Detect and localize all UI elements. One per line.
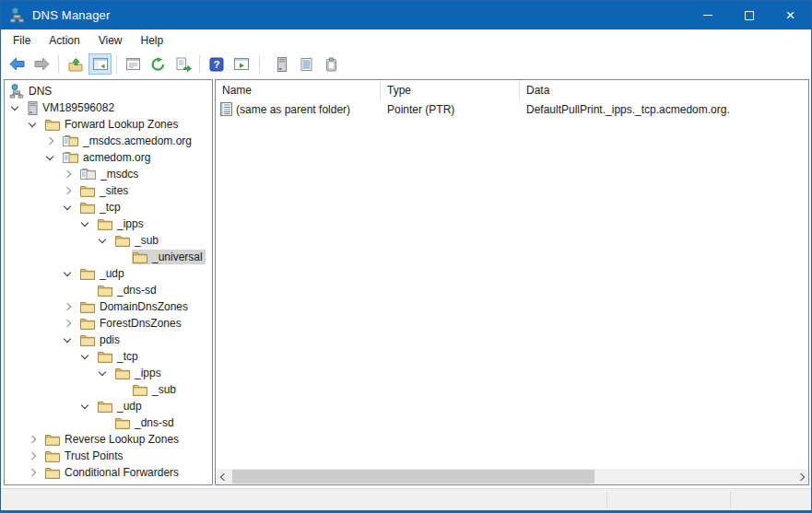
tree-item--udp[interactable]: _udp [5, 265, 212, 282]
main-area: DNSVM189596082Forward Lookup Zones_msdcs… [1, 76, 811, 486]
chevron-down-icon[interactable] [46, 153, 53, 160]
scroll-left-button[interactable] [216, 469, 231, 484]
tree-item--tcp[interactable]: _tcp [5, 348, 212, 365]
tree-item-label: Trust Points [65, 449, 124, 462]
tree-item--ipps[interactable]: _ipps [5, 365, 212, 381]
tree-item--sub[interactable]: _sub [5, 232, 212, 249]
tree-item--universal[interactable]: _universal [5, 249, 212, 265]
folder-icon [115, 367, 130, 379]
menu-item-file[interactable]: File [4, 31, 40, 50]
tree-item-dns[interactable]: DNS [5, 83, 212, 99]
chevron-down-icon[interactable] [11, 103, 18, 111]
minimize-button[interactable] [687, 1, 728, 29]
chevron-right-icon[interactable] [64, 170, 71, 178]
chevron-right-icon[interactable] [64, 303, 71, 310]
column-header-data-label: Data [526, 84, 549, 97]
chevron-right-icon[interactable] [64, 187, 71, 194]
chevron-down-icon[interactable] [81, 352, 88, 359]
toolbar-button-properties[interactable] [122, 53, 145, 75]
toolbar-button-forward[interactable] [30, 53, 53, 75]
toolbar-button-show-console-tree[interactable] [88, 53, 112, 75]
tree-item-label: _sub [152, 383, 176, 396]
column-header-name-label: Name [222, 84, 252, 97]
chevron-down-icon[interactable] [81, 219, 88, 227]
menu-item-help[interactable]: Help [132, 31, 173, 50]
tree-item-label: _ipps [117, 217, 144, 230]
column-header-data[interactable]: Data [520, 80, 808, 100]
scroll-right-button[interactable] [793, 469, 808, 484]
tree-item--sub[interactable]: _sub [5, 381, 212, 398]
toolbar-button-record-list-tool[interactable] [295, 53, 318, 75]
toolbar-button-clipboard-tool[interactable] [320, 53, 343, 75]
tree-item-label: Forward Lookup Zones [65, 118, 178, 131]
column-header-type-label: Type [387, 84, 411, 97]
menu-item-view[interactable]: View [89, 31, 132, 50]
server-icon [28, 101, 38, 115]
toolbar-button-back[interactable] [6, 53, 29, 75]
toolbar-button-help[interactable]: ? [205, 53, 228, 75]
zone-icon [63, 151, 78, 164]
tree-item-content: Trust Points [44, 449, 126, 463]
window-title: DNS Manager [32, 8, 111, 22]
chevron-right-icon[interactable] [64, 320, 71, 327]
column-header-type[interactable]: Type [381, 80, 520, 100]
tree-item--dns-sd[interactable]: _dns-sd [5, 414, 212, 431]
tree-item-acmedom-org[interactable]: acmedom.org [5, 149, 212, 166]
menu-item-action[interactable]: Action [40, 31, 88, 50]
tree-item--tcp[interactable]: _tcp [5, 199, 212, 216]
chevron-down-icon[interactable] [99, 236, 106, 243]
tree-expander-slot [61, 188, 79, 193]
tree-item--dns-sd[interactable]: _dns-sd [5, 282, 212, 298]
tree-item--sites[interactable]: _sites [5, 182, 212, 199]
toolbar-button-dns-server-tool[interactable] [270, 53, 293, 75]
tree-item-forward-lookup-zones[interactable]: Forward Lookup Zones [5, 116, 212, 133]
record-name: (same as parent folder) [236, 103, 350, 116]
chevron-right-icon[interactable] [29, 436, 36, 443]
list-row[interactable]: (same as parent folder)Pointer (PTR)Defa… [216, 100, 808, 118]
tree-item--udp[interactable]: _udp [5, 398, 212, 414]
tree-item-label: _tcp [117, 350, 138, 363]
tree-item-domaindnszones[interactable]: DomainDnsZones [5, 298, 212, 315]
tree-item-forestdnszones[interactable]: ForestDnsZones [5, 315, 212, 332]
tree-item-content: _udp [79, 266, 127, 281]
tree-item--ipps[interactable]: _ipps [5, 216, 212, 232]
tree-item-reverse-lookup-zones[interactable]: Reverse Lookup Zones [5, 431, 212, 448]
toolbar-button-new-window[interactable] [229, 53, 253, 75]
close-button[interactable]: × [770, 1, 811, 29]
tree-expander-slot [26, 470, 44, 475]
toolbar-button-up-one-level[interactable] [64, 53, 87, 75]
tree-item-conditional-forwarders[interactable]: Conditional Forwarders [5, 464, 212, 481]
column-header-name[interactable]: Name [216, 80, 381, 100]
details-panel: Name Type Data (same as parent folder)Po… [215, 79, 809, 485]
export-list-icon [175, 57, 192, 72]
horizontal-scrollbar[interactable] [216, 469, 808, 484]
tree-item-label: _msdcs.acmedom.org [83, 134, 192, 147]
chevron-down-icon[interactable] [64, 335, 71, 343]
tree-item-label: _universal [152, 251, 203, 263]
toolbar-separator [116, 55, 117, 73]
back-arrow-icon [9, 57, 25, 71]
chevron-down-icon[interactable] [81, 402, 88, 409]
toolbar-button-refresh[interactable] [147, 53, 170, 75]
tree-item--msdcs[interactable]: _msdcs [5, 166, 212, 182]
tree-item-vm189596082[interactable]: VM189596082 [5, 99, 212, 116]
cell-name: (same as parent folder) [216, 102, 381, 116]
chevron-right-icon[interactable] [29, 452, 36, 460]
tree-item-pdis[interactable]: pdis [5, 332, 212, 348]
chevron-down-icon[interactable] [99, 368, 106, 376]
window-controls: × [687, 1, 811, 29]
scroll-thumb[interactable] [232, 470, 594, 484]
chevron-right-icon[interactable] [29, 469, 36, 476]
maximize-button[interactable] [728, 1, 770, 29]
tree-item-label: DNS [29, 85, 52, 98]
chevron-down-icon[interactable] [29, 120, 36, 127]
tree-item--msdcs-acmedom-org[interactable]: _msdcs.acmedom.org [5, 133, 212, 149]
toolbar-button-export-list[interactable] [171, 53, 194, 75]
tree-item-trust-points[interactable]: Trust Points [5, 448, 212, 464]
tree-expander-slot [43, 138, 62, 144]
chevron-right-icon[interactable] [46, 137, 53, 145]
folder-icon [80, 318, 95, 330]
list-header: Name Type Data [216, 80, 808, 100]
chevron-down-icon[interactable] [64, 269, 71, 276]
chevron-down-icon[interactable] [64, 203, 71, 210]
